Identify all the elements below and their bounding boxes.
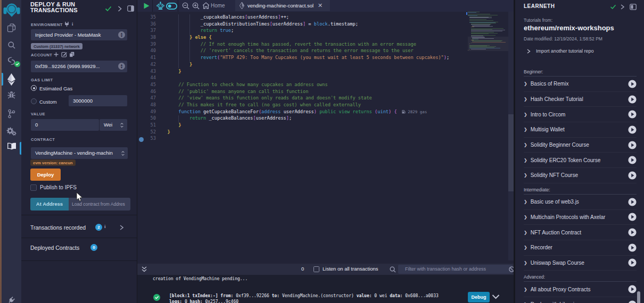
code-line[interactable]: 52} [137, 129, 514, 136]
tutorial-chevron-icon[interactable]: ❯ [524, 112, 527, 117]
code-line[interactable]: 47 // 'view' means this function only re… [137, 95, 514, 102]
environment-plug-icon[interactable] [64, 21, 69, 27]
contract-select[interactable]: VendingMachine - vending-machin [31, 147, 128, 159]
code-line[interactable]: 46 // 'public' means anyone can call thi… [137, 88, 514, 95]
tutorial-chevron-icon[interactable]: ❯ [524, 215, 527, 220]
environment-select[interactable]: Injected Provider - MetaMask ▲▼ [31, 29, 127, 40]
tutorial-chevron-icon[interactable]: ❯ [524, 287, 527, 292]
tutorial-play-icon[interactable] [628, 95, 637, 104]
debugger-icon[interactable] [2, 91, 21, 99]
home-icon[interactable] [202, 2, 210, 9]
tutorial-play-icon[interactable] [628, 213, 637, 221]
tutorial-play-icon[interactable] [628, 156, 637, 164]
tutorial-play-icon[interactable] [628, 243, 637, 252]
code-line[interactable]: 37 return true; [137, 27, 514, 34]
transactions-expand-chevron[interactable] [120, 225, 123, 230]
account-copy-icon[interactable] [69, 52, 75, 57]
code-line[interactable]: 38 } else { [137, 34, 514, 41]
run-script-icon[interactable] [144, 3, 150, 9]
ai-copilot-toggle[interactable] [166, 3, 177, 10]
tutorial-item[interactable]: ❯Multisig Wallet [524, 122, 637, 138]
code-line[interactable]: 40 // 'revert' cancels the transaction a… [137, 47, 514, 54]
terminal-filter-input[interactable]: Filter with transaction hash or address [398, 265, 513, 274]
listen-checkbox[interactable] [313, 266, 319, 272]
value-input[interactable]: 0 [31, 119, 99, 131]
code-line[interactable]: 41 revert("HTTP 429: Too Many Cupcakes (… [137, 54, 514, 61]
tutorial-item[interactable]: ❯Solidity NFT Course [524, 168, 637, 183]
tutorial-play-icon[interactable] [628, 141, 637, 149]
tutorial-play-icon[interactable] [628, 125, 637, 134]
code-area[interactable]: 35 _cupcakeBalances[userAddress]++;36 _c… [137, 14, 514, 142]
tutorial-chevron-icon[interactable]: ❯ [524, 127, 527, 132]
code-line[interactable]: 50 return _cupcakeBalances[userAddress]; [137, 115, 514, 122]
zoom-out-icon[interactable] [182, 2, 189, 10]
tutorial-play-icon[interactable] [628, 80, 637, 88]
tutorial-play-icon[interactable] [628, 110, 637, 119]
tutorial-play-icon[interactable] [628, 198, 637, 206]
zoom-in-icon[interactable] [192, 2, 200, 10]
tutorial-item[interactable]: ❯Recorder [524, 240, 637, 256]
collapse-terminal-icon[interactable] [142, 266, 147, 272]
tutorial-chevron-icon[interactable]: ❯ [524, 97, 527, 102]
code-line[interactable]: 49 function getCupcakeBalanceFor(address… [137, 108, 514, 115]
account-add-icon[interactable] [54, 52, 59, 57]
code-line[interactable]: 44 [137, 74, 514, 81]
breakpoint-dot[interactable] [139, 137, 144, 142]
tutorial-item[interactable]: ❯Solidity ERC20 Token Course [524, 153, 637, 168]
estimated-gas-radio[interactable] [31, 85, 37, 91]
import-tutorial-repo[interactable]: Import another tutorial repo [527, 48, 594, 54]
tab-close-icon[interactable]: ✕ [318, 2, 323, 9]
code-line[interactable]: 42 } [137, 61, 514, 68]
minimap-slider[interactable] [468, 37, 508, 51]
tutorial-item[interactable]: ❯Deploy with Libraries [524, 297, 637, 303]
tutorial-item[interactable]: ❯Solidity Beginner Course [524, 138, 637, 153]
source-control-icon[interactable] [2, 109, 21, 119]
tutorial-item[interactable]: ❯Basics of Remix [524, 77, 637, 92]
solidity-compiler-icon[interactable] [2, 56, 21, 68]
search-icon[interactable] [2, 41, 21, 49]
tutorial-play-icon[interactable] [628, 300, 637, 303]
tutorial-chevron-icon[interactable]: ❯ [524, 173, 527, 178]
debug-button[interactable]: Debug [468, 292, 490, 302]
code-line[interactable]: 53 [137, 135, 514, 142]
code-line[interactable]: 45 // Function to check how many cupcake… [137, 81, 514, 88]
learneth-scrollbar[interactable] [637, 291, 640, 303]
tutorial-item[interactable]: ❯Multichain Protocols with Axelar [524, 210, 637, 225]
tutorial-chevron-icon[interactable]: ❯ [524, 230, 527, 235]
transactions-info-icon[interactable]: i [104, 224, 106, 229]
ai-assistant-icon[interactable] [156, 2, 164, 10]
code-line[interactable]: 36 _cupcakeDistributionTimes[userAddress… [137, 21, 514, 28]
code-line[interactable]: 51 } [137, 122, 514, 129]
tutorial-chevron-icon[interactable]: ❯ [524, 142, 527, 147]
file-explorer-icon[interactable] [2, 23, 21, 32]
learneth-book-icon[interactable] [2, 142, 21, 150]
publish-ipfs-checkbox[interactable] [30, 184, 37, 191]
log-expand-chevron[interactable] [492, 294, 500, 299]
tutorial-chevron-icon[interactable]: ❯ [524, 81, 527, 86]
terminal-log-entry[interactable]: [block:1 txIndex:-] from: 0xf39...92266 … [169, 293, 442, 303]
home-label[interactable]: Home [211, 3, 225, 9]
remix-logo[interactable] [2, 3, 21, 17]
settings-icon[interactable] [2, 127, 21, 136]
tutorial-play-icon[interactable] [628, 171, 637, 180]
account-select[interactable]: 0xf39...92266 (9999.99929... ▲▼ [31, 61, 127, 72]
editor-scrollbar[interactable] [508, 114, 514, 191]
environment-info-icon[interactable]: i [72, 21, 73, 27]
editor-tab[interactable]: vending-machine-contract.sol ✕ [235, 0, 330, 11]
custom-gas-input[interactable]: 3000000 [69, 95, 127, 106]
tutorial-play-icon[interactable] [628, 258, 637, 267]
tutorial-item[interactable]: ❯Intro to Circom [524, 107, 637, 122]
code-line[interactable]: 43 } [137, 68, 514, 75]
tutorial-item[interactable]: ❯All about Proxy Contracts [524, 282, 637, 297]
tutorial-item[interactable]: ❯Uniswap Swap Course [524, 256, 637, 271]
at-address-button[interactable]: At Address [30, 198, 69, 211]
code-line[interactable]: 48 // This makes it free to call (no gas… [137, 102, 514, 108]
account-sign-icon[interactable] [61, 52, 67, 57]
tutorial-item[interactable]: ❯Basic use of web3.js [524, 195, 637, 210]
tutorial-play-icon[interactable] [628, 285, 637, 293]
custom-gas-radio[interactable] [31, 98, 37, 104]
tutorial-chevron-icon[interactable]: ❯ [524, 158, 527, 163]
tutorial-chevron-icon[interactable]: ❯ [524, 199, 527, 204]
code-line[interactable]: 39 // If not enough time has passed, rev… [137, 41, 514, 48]
tutorial-chevron-icon[interactable]: ❯ [524, 260, 527, 265]
